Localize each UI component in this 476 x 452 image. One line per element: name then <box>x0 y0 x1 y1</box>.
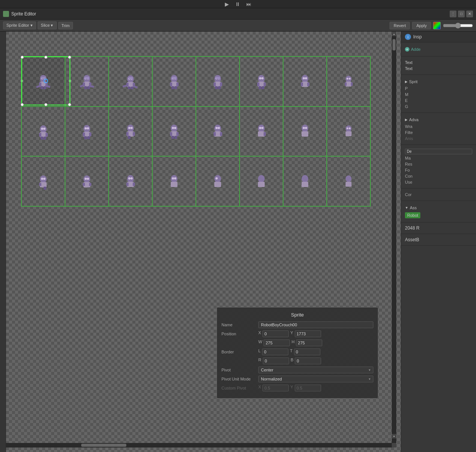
color-picker-button[interactable] <box>433 22 441 29</box>
vscroll-up-arrow[interactable]: ▲ <box>392 32 396 36</box>
svg-rect-124 <box>44 187 46 190</box>
svg-rect-54 <box>264 82 266 86</box>
pivot-select[interactable]: Center TopLeft TopCenter TopRight LeftCe… <box>258 367 373 373</box>
info-icon: i <box>405 34 411 40</box>
canvas-hscroll-thumb[interactable] <box>81 444 126 447</box>
play-button[interactable]: ▶ <box>223 0 230 8</box>
canvas-hscrollbar[interactable] <box>6 443 392 447</box>
sprite-cell-2-5[interactable] <box>196 107 240 157</box>
border-row-lt: Border L T <box>221 349 373 355</box>
sprite-cell-2-3[interactable] <box>109 107 152 157</box>
add-component-section: + Adde <box>401 43 476 56</box>
robot-sprite-16 <box>338 121 359 142</box>
custom-x-label: X <box>258 385 261 391</box>
sprite-cell-3-4[interactable] <box>152 156 196 206</box>
maximize-button[interactable]: □ <box>458 11 465 17</box>
svg-point-117 <box>346 125 352 132</box>
sprite-cell-2-1[interactable] <box>21 107 65 157</box>
advanced-section-header[interactable]: ▶ Adva <box>405 116 472 123</box>
pos-x-input[interactable] <box>262 330 289 337</box>
robot-asset-item[interactable]: Robot <box>405 212 420 218</box>
sprite-cell-3-3[interactable] <box>109 156 152 206</box>
svg-rect-91 <box>128 136 130 139</box>
svg-point-119 <box>346 128 348 129</box>
robot-sprite-2 <box>77 71 97 92</box>
sprite-cell-3-5[interactable] <box>196 156 240 206</box>
border-r-input[interactable] <box>263 358 289 364</box>
filter-mode-row: Filte <box>405 129 472 135</box>
svg-rect-151 <box>346 182 352 187</box>
pos-w-input[interactable] <box>264 339 290 346</box>
sprite-cell-1-5[interactable] <box>196 56 240 107</box>
canvas-viewport[interactable]: Sprite Name Position X Y <box>6 32 396 447</box>
sprite-cell-1-8[interactable] <box>327 56 370 107</box>
svg-point-131 <box>85 178 87 180</box>
svg-point-100 <box>172 127 174 129</box>
next-button[interactable]: ⏭ <box>245 0 253 8</box>
sprite-cell-2-6[interactable] <box>240 107 283 157</box>
border-l-input[interactable] <box>262 349 288 355</box>
sprite-cell-3-7[interactable] <box>283 156 327 206</box>
sprite-cell-2-7[interactable] <box>283 107 327 157</box>
border-t-input[interactable] <box>294 349 320 355</box>
format-label: Fo <box>405 168 435 172</box>
close-button[interactable]: ✕ <box>466 11 473 17</box>
svg-rect-35 <box>170 82 172 86</box>
apply-button[interactable]: Apply <box>412 22 431 29</box>
trim-button[interactable]: Trim <box>58 22 73 29</box>
svg-rect-129 <box>83 183 85 186</box>
sprite-cell-2-4[interactable] <box>152 107 196 157</box>
aniso-level-label: Anis <box>405 136 435 141</box>
svg-rect-89 <box>126 132 129 136</box>
sprite-cell-1-6[interactable] <box>240 56 283 107</box>
vscroll-down-arrow[interactable]: ▼ <box>392 434 396 438</box>
toolbar: Sprite Editor ▾ Slice ▾ Trim Revert Appl… <box>0 20 476 32</box>
slice-dropdown[interactable]: Slice ▾ <box>38 21 57 29</box>
sprite-cell-3-8[interactable] <box>327 156 370 206</box>
pivot-unit-mode-select[interactable]: Normalized Pixels <box>258 376 373 382</box>
assets-section-header[interactable]: ▼ Ass <box>405 204 472 212</box>
svg-rect-104 <box>214 132 216 136</box>
robot-sprite-23 <box>295 171 315 192</box>
name-input[interactable] <box>258 321 373 328</box>
canvas-vscroll-thumb[interactable] <box>393 39 396 50</box>
robot-sprite-14 <box>251 121 272 142</box>
sprite-cell-3-1[interactable] <box>21 156 65 206</box>
pos-h-input[interactable] <box>296 339 322 346</box>
use-crunch-row: Use <box>405 179 472 185</box>
window-title: Sprite Editor <box>11 11 447 17</box>
wrap-mode-row: Wra <box>405 123 472 129</box>
sprite-panel-title: Sprite <box>221 312 373 318</box>
canvas-vscrollbar[interactable]: ▲ ▼ <box>392 32 396 443</box>
sprite-cell-1-4[interactable] <box>152 56 196 107</box>
pos-y-input[interactable] <box>295 330 321 337</box>
robot-sprite-22 <box>251 171 272 192</box>
custom-pivot-x-input[interactable] <box>262 385 289 391</box>
sprite-cell-1-2[interactable] <box>65 56 109 107</box>
sprite-cell-3-2[interactable] <box>65 156 109 206</box>
svg-rect-55 <box>259 86 261 89</box>
zoom-slider[interactable] <box>443 23 473 29</box>
sprite-cell-3-6[interactable] <box>240 156 283 206</box>
svg-rect-118 <box>346 131 352 136</box>
border-b-input[interactable] <box>295 358 321 364</box>
sprite-cell-2-8[interactable] <box>327 107 370 157</box>
window-controls: ⋮ □ ✕ <box>450 11 473 17</box>
custom-pivot-y-input[interactable] <box>295 385 321 391</box>
sprite-section-header[interactable]: ▶ Sprit <box>405 78 472 85</box>
default-input[interactable] <box>405 149 472 154</box>
sprite-cell-1-1[interactable] <box>21 56 65 107</box>
name-row: Name <box>221 321 373 328</box>
sprite-cell-2-2[interactable] <box>65 107 109 157</box>
svg-point-137 <box>128 177 130 180</box>
sprite-cell-1-7[interactable] <box>283 56 327 107</box>
more-options-button[interactable]: ⋮ <box>450 11 456 17</box>
svg-rect-4 <box>41 86 43 89</box>
add-component-button[interactable]: + Adde <box>405 46 421 53</box>
pause-button[interactable]: ⏸ <box>233 0 242 8</box>
revert-button[interactable]: Revert <box>390 22 410 29</box>
left-sidebar <box>0 32 6 452</box>
sprite-cell-1-3[interactable] <box>109 56 152 107</box>
sprite-editor-dropdown[interactable]: Sprite Editor ▾ <box>3 21 36 29</box>
assets-section-arrow: ▼ <box>405 206 408 210</box>
